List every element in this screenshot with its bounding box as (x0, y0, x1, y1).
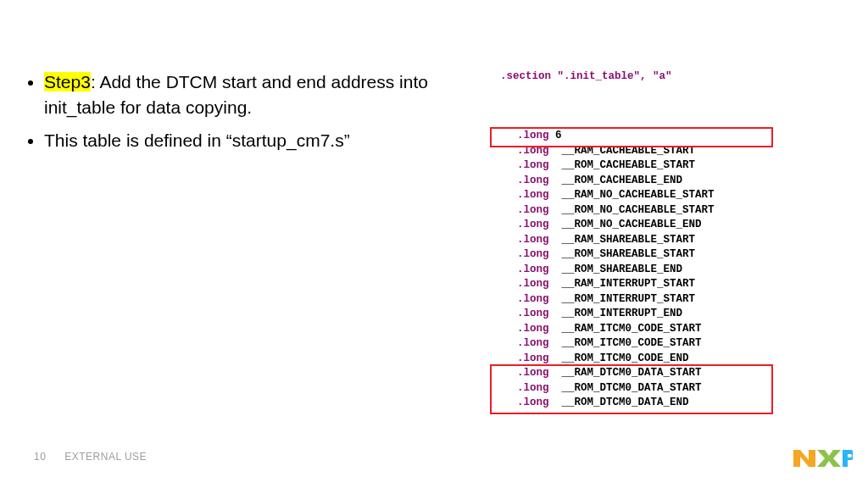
code-column: .section ".init_table", "a" .long 6.long… (466, 69, 843, 455)
code-line-section: .section ".init_table", "a" (492, 69, 843, 85)
nxp-logo (793, 447, 853, 473)
bullet-item: Step3: Add the DTCM start and end addres… (44, 69, 466, 121)
code-line-entry: .long __RAM_CACHEABLE_START (492, 144, 843, 159)
code-line-entry: .long __ROM_NO_CACHEABLE_END (492, 218, 843, 233)
text-column: Step3: Add the DTCM start and end addres… (25, 69, 466, 455)
svg-marker-1 (817, 450, 841, 467)
code-line-entry: .long __ROM_CACHEABLE_START (492, 158, 843, 174)
code-line-entry: .long __ROM_SHAREABLE_END (492, 263, 843, 278)
step-highlight: Step3 (44, 72, 91, 92)
code-line-entry: .long __RAM_DTCM0_DATA_START (492, 366, 843, 381)
code-line-entry: .long __ROM_NO_CACHEABLE_START (492, 203, 843, 219)
code-line-entry: .long __ROM_ITCM0_CODE_START (492, 336, 843, 352)
code-line-entry: .long __ROM_SHAREABLE_START (492, 247, 843, 263)
page-number: 10 (34, 451, 46, 463)
code-line-entry: .long __ROM_INTERRUPT_START (492, 292, 843, 308)
slide-content: Step3: Add the DTCM start and end addres… (25, 69, 843, 455)
code-line-entry: .long __RAM_SHAREABLE_START (492, 233, 843, 248)
code-line-entry: .long __ROM_DTCM0_DATA_END (492, 396, 843, 411)
code-line-entry: .long __RAM_NO_CACHEABLE_START (492, 188, 843, 203)
code-line-entry: .long __RAM_ITCM0_CODE_START (492, 322, 843, 337)
bullet-text: : Add the DTCM start and end address int… (44, 72, 428, 117)
code-line-entry: .long __ROM_CACHEABLE_END (492, 174, 843, 189)
code-line-count: .long 6 (492, 129, 843, 144)
bullet-text: This table is defined in “startup_cm7.s” (44, 130, 350, 150)
code-line-entry: .long __ROM_ITCM0_CODE_END (492, 352, 843, 367)
code-line-entry: .long __RAM_INTERRUPT_START (492, 277, 843, 292)
code-line-entry: .long __ROM_DTCM0_DATA_START (492, 381, 843, 396)
classification-label: EXTERNAL USE (64, 451, 147, 463)
bullet-list: Step3: Add the DTCM start and end addres… (25, 69, 466, 153)
svg-marker-0 (793, 450, 815, 467)
slide-footer: 10 EXTERNAL USE (34, 451, 147, 463)
code-block: .section ".init_table", "a" .long 6.long… (492, 69, 843, 455)
code-line-entry: .long __ROM_INTERRUPT_END (492, 307, 843, 322)
bullet-item: This table is defined in “startup_cm7.s” (44, 128, 466, 153)
